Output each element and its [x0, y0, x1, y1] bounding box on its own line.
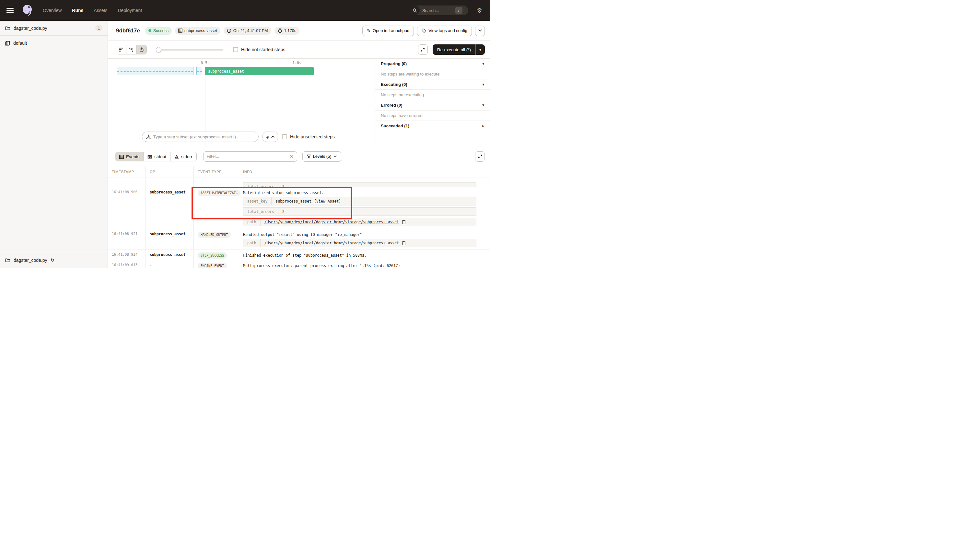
- reload-icon[interactable]: ↻: [51, 257, 55, 263]
- path-link[interactable]: /Users/yuhan/dev/local/dagster_home/stor…: [264, 241, 399, 245]
- checkbox-icon[interactable]: [282, 134, 287, 139]
- log-info-cell: Materialized value subprocess_asset.asse…: [239, 187, 490, 229]
- dagster-logo-icon[interactable]: [21, 4, 34, 17]
- pencil-icon: ✎: [367, 28, 371, 33]
- step-status-panel: Preparing (0) ▾ No steps are waiting to …: [375, 59, 490, 147]
- search-icon: [410, 5, 420, 15]
- copy-icon[interactable]: [401, 220, 406, 224]
- log-timestamp: [108, 178, 146, 187]
- log-op: subprocess_asset: [146, 250, 194, 260]
- nav-runs[interactable]: Runs: [72, 8, 83, 13]
- expand-logs-button[interactable]: [475, 151, 485, 162]
- log-timestamp: 16:41:09.013: [108, 260, 146, 268]
- re-execute-button[interactable]: Re-execute all (*) ▼: [433, 45, 485, 55]
- triangle-down-icon: ▾: [482, 103, 484, 107]
- re-execute-dropdown-caret[interactable]: ▼: [476, 48, 485, 51]
- job-tag[interactable]: subprocess_asset: [175, 27, 220, 35]
- levels-filter-button[interactable]: Levels (5): [302, 151, 341, 162]
- col-timestamp: TIMESTAMP: [108, 165, 146, 178]
- section-succeeded[interactable]: Succeeded (1) ▸: [375, 121, 490, 131]
- main-content: 9dbf617e Success subprocess_asset Oct 11…: [108, 21, 490, 268]
- step-subset-input[interactable]: [153, 135, 255, 139]
- timer-icon: [278, 28, 282, 33]
- left-sidebar: dagster_code.py 1 default dagster_code.p…: [0, 21, 108, 268]
- log-info-cell: Handled output "result" using IO manager…: [239, 229, 490, 250]
- table-icon: [119, 155, 124, 159]
- log-event-type-cell: HANDLED_OUTPUT: [194, 229, 239, 250]
- log-info-cell: Multiprocess executor: parent process ex…: [239, 260, 490, 268]
- global-search[interactable]: /: [410, 5, 468, 15]
- nav-deployment[interactable]: Deployment: [118, 8, 142, 13]
- log-message: Finished execution of step "subprocess_a…: [243, 253, 486, 258]
- copy-icon[interactable]: [401, 241, 406, 245]
- hide-unselected-checkbox-row[interactable]: Hide unselected steps: [282, 134, 335, 139]
- gantt-bar-subprocess-asset[interactable]: subprocess_asset: [205, 67, 314, 75]
- top-nav-bar: Overview Runs Assets Deployment / ⚙: [0, 0, 490, 21]
- section-executing-empty: No steps are executing: [375, 90, 490, 100]
- graph-query-toggle-button[interactable]: ◈: [262, 132, 278, 142]
- tab-stderr[interactable]: stderr: [170, 152, 196, 161]
- tick-label: 1.0s: [292, 60, 301, 65]
- log-table-row: 16:41:09.013-ENGINE_EVENTMultiprocess ex…: [108, 260, 490, 268]
- section-preparing[interactable]: Preparing (0) ▾: [375, 59, 490, 69]
- sidebar-item-job-default[interactable]: default: [0, 36, 108, 51]
- run-header: 9dbf617e Success subprocess_asset Oct 11…: [108, 21, 490, 41]
- log-rows: total_orders216:41:08.906subprocess_asse…: [108, 178, 490, 268]
- hide-not-started-checkbox-row[interactable]: Hide not started steps: [233, 47, 285, 52]
- gantt-section: 0.5s 1.0s subprocess_asset ◈: [108, 59, 490, 147]
- slider-handle[interactable]: [156, 47, 161, 52]
- gantt-time-ruler: 0.5s 1.0s: [108, 59, 375, 68]
- log-table-row: total_orders2: [108, 178, 490, 187]
- event-type-badge: ASSET_MATERIALIZAT…: [198, 190, 240, 196]
- chevron-down-icon: [478, 30, 482, 32]
- log-table-row: 16:41:08.906subprocess_assetASSET_MATERI…: [108, 187, 490, 229]
- view-asset-link[interactable]: [View Asset]: [314, 199, 341, 204]
- log-event-type-cell: STEP_SUCCESS: [194, 250, 239, 260]
- expand-gantt-button[interactable]: [418, 45, 428, 55]
- metadata-key: path: [243, 218, 261, 226]
- layers-icon: ◈: [266, 135, 269, 139]
- nav-assets[interactable]: Assets: [94, 8, 107, 13]
- nav-overview[interactable]: Overview: [43, 8, 62, 13]
- chevron-up-icon: [271, 136, 275, 138]
- step-subset-row: ◈ Hide unselected steps: [142, 132, 335, 142]
- sidebar-item-code-location[interactable]: dagster_code.py 1: [0, 21, 108, 36]
- section-executing[interactable]: Executing (0) ▾: [375, 80, 490, 90]
- log-event-type-cell: ENGINE_EVENT: [194, 260, 239, 268]
- col-info: INFO: [239, 165, 490, 178]
- tab-stdout[interactable]: stdout: [143, 152, 170, 161]
- run-count-badge: 1: [95, 25, 102, 31]
- metadata-key: path: [243, 239, 261, 247]
- log-message: Multiprocess executor: parent process ex…: [243, 263, 486, 268]
- open-in-launchpad-button[interactable]: ✎ Open in Launchpad: [362, 25, 414, 36]
- flat-view-button[interactable]: [116, 45, 126, 54]
- gantt-waiting-box: [117, 67, 194, 75]
- path-link[interactable]: /Users/yuhan/dev/local/dagster_home/stor…: [264, 220, 399, 224]
- metadata-key: total_orders: [243, 183, 278, 187]
- settings-gear-icon[interactable]: ⚙: [477, 7, 482, 14]
- checkbox-icon[interactable]: [233, 47, 238, 52]
- timed-view-button[interactable]: [137, 45, 146, 54]
- tab-events[interactable]: Events: [115, 152, 143, 161]
- clear-filter-icon[interactable]: ⊗: [290, 154, 294, 159]
- section-preparing-empty: No steps are waiting to execute: [375, 69, 490, 80]
- search-input[interactable]: [422, 8, 455, 13]
- menu-icon[interactable]: [6, 8, 14, 13]
- duration-tag: 1.170s: [275, 27, 300, 35]
- zoom-slider[interactable]: [156, 47, 223, 52]
- folder-icon: [5, 258, 10, 262]
- section-errored-empty: No steps have errored: [375, 110, 490, 121]
- run-id: 9dbf617e: [116, 27, 140, 34]
- sidebar-footer-code-location[interactable]: dagster_code.py ↻: [0, 252, 108, 268]
- metadata-row: total_orders2: [243, 183, 476, 187]
- metadata-key: asset_key: [243, 197, 272, 205]
- log-filter-input[interactable]: [207, 154, 290, 159]
- section-errored[interactable]: Errored (0) ▾: [375, 100, 490, 110]
- log-timestamp: 16:41:08.924: [108, 250, 146, 260]
- waterfall-view-button[interactable]: [126, 45, 137, 54]
- more-actions-button[interactable]: [475, 25, 485, 36]
- expand-icon: [421, 48, 425, 52]
- view-tags-config-button[interactable]: View tags and config: [417, 25, 472, 36]
- log-op: subprocess_asset: [146, 229, 194, 250]
- log-info-cell: Finished execution of step "subprocess_a…: [239, 250, 490, 260]
